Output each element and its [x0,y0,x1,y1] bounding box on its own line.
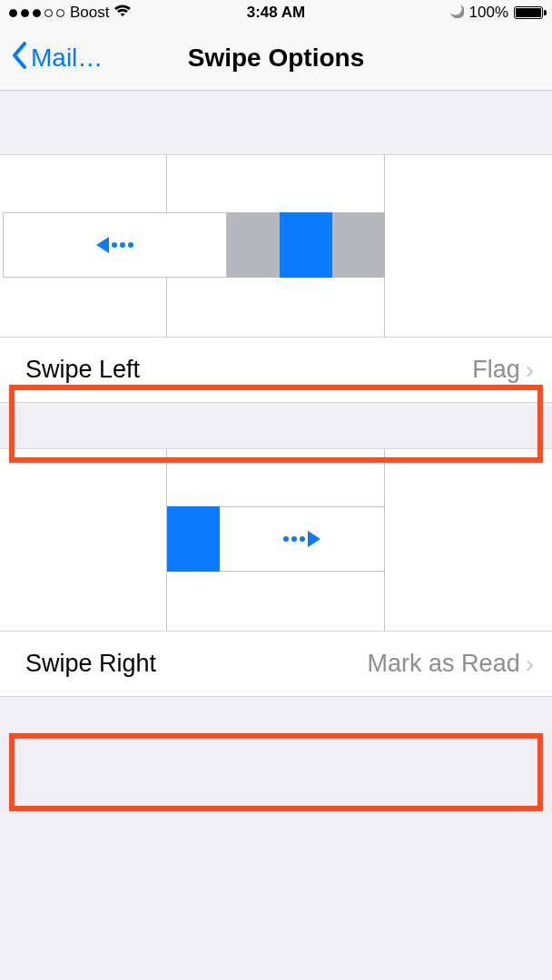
section-spacer [0,403,552,448]
swipe-right-preview-row [167,506,385,572]
nav-bar: Mail… Swipe Options [0,25,552,91]
swipe-right-row[interactable]: Swipe Right Mark as Read › [0,631,552,696]
swipe-left-preview-row [3,212,384,278]
wifi-icon [114,4,131,22]
arrow-left-icon [96,237,133,253]
swipe-right-section: Swipe Right Mark as Read › [0,448,552,697]
chevron-right-icon: › [526,356,534,385]
swipe-right-value: Mark as Read [368,650,520,678]
cell-signal-icon [9,9,64,17]
swipe-left-label: Swipe Left [25,356,472,384]
swipe-left-value: Flag [472,356,520,384]
carrier-label: Boost [70,4,109,22]
annotation-highlight [9,733,543,811]
section-spacer [0,91,552,154]
swipe-action-flag-icon [280,212,332,278]
swipe-action-read-icon [167,506,220,572]
swipe-action-archive-icon [332,212,385,278]
swipe-right-label: Swipe Right [25,650,368,678]
arrow-right-icon [283,531,320,547]
do-not-disturb-icon [449,4,464,23]
swipe-action-more-icon [227,212,280,278]
back-label: Mail… [31,44,103,73]
swipe-left-row[interactable]: Swipe Left Flag › [0,337,552,402]
swipe-left-section: Swipe Left Flag › [0,154,552,403]
swipe-left-preview [0,155,552,337]
back-button[interactable]: Mail… [0,41,103,75]
battery-icon [514,6,543,19]
chevron-left-icon [11,41,27,75]
status-bar: Boost 3:48 AM 100% [0,0,552,25]
swipe-right-preview [0,449,552,631]
chevron-right-icon: › [526,650,534,679]
battery-percent: 100% [469,4,508,22]
